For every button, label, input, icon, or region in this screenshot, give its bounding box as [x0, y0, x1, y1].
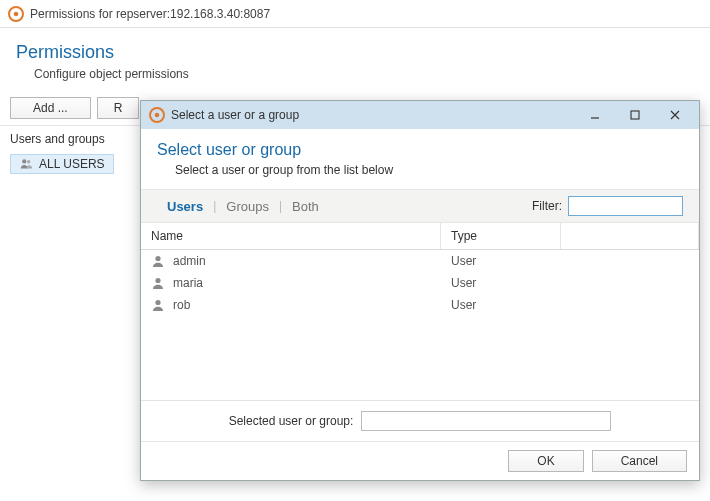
table-row[interactable]: maria User	[141, 272, 699, 294]
user-icon	[151, 298, 165, 312]
parent-titlebar: Permissions for repserver:192.168.3.40:8…	[0, 0, 710, 28]
column-header-type[interactable]: Type	[441, 223, 561, 249]
page-title: Permissions	[16, 42, 694, 63]
row-name: maria	[173, 276, 203, 290]
row-type: User	[441, 272, 561, 294]
tab-users[interactable]: Users	[157, 199, 213, 214]
filter-label: Filter:	[532, 199, 562, 213]
remove-button-partial[interactable]: R	[97, 97, 140, 119]
user-icon	[151, 276, 165, 290]
svg-point-1	[14, 11, 19, 16]
column-header-name[interactable]: Name	[141, 223, 441, 249]
row-type: User	[441, 294, 561, 316]
users-icon	[19, 157, 33, 171]
svg-point-3	[27, 160, 31, 164]
selected-row: Selected user or group:	[141, 400, 699, 441]
svg-point-5	[155, 113, 160, 118]
cancel-button[interactable]: Cancel	[592, 450, 687, 472]
parent-window-title: Permissions for repserver:192.168.3.40:8…	[30, 7, 270, 21]
maximize-button[interactable]	[615, 104, 655, 126]
add-button[interactable]: Add ...	[10, 97, 91, 119]
grid-header: Name Type	[141, 223, 699, 250]
close-button[interactable]	[655, 104, 695, 126]
table-row[interactable]: admin User	[141, 250, 699, 272]
selected-label: Selected user or group:	[229, 414, 354, 428]
svg-rect-6	[631, 111, 639, 119]
tree-item-all-users[interactable]: ALL USERS	[10, 154, 114, 174]
page-subtitle: Configure object permissions	[34, 67, 694, 81]
row-name: admin	[173, 254, 206, 268]
tab-groups[interactable]: Groups	[216, 199, 279, 214]
dialog-tab-row: Users | Groups | Both Filter:	[141, 189, 699, 223]
tab-both[interactable]: Both	[282, 199, 329, 214]
selected-input[interactable]	[361, 411, 611, 431]
dialog-titlebar[interactable]: Select a user or a group	[141, 101, 699, 129]
svg-point-2	[22, 159, 26, 163]
row-type: User	[441, 250, 561, 272]
dialog-footer: OK Cancel	[141, 441, 699, 480]
ok-button[interactable]: OK	[508, 450, 583, 472]
dialog-title: Select a user or a group	[171, 108, 569, 122]
dialog-heading: Select user or group	[157, 141, 683, 159]
select-user-dialog: Select a user or a group Select user or …	[140, 100, 700, 481]
user-icon	[151, 254, 165, 268]
svg-point-9	[155, 300, 160, 305]
column-header-spacer	[561, 223, 699, 249]
svg-point-7	[155, 256, 160, 261]
table-row[interactable]: rob User	[141, 294, 699, 316]
tree-item-label: ALL USERS	[39, 157, 105, 171]
row-name: rob	[173, 298, 190, 312]
filter-input[interactable]	[568, 196, 683, 216]
dialog-subheading: Select a user or group from the list bel…	[175, 163, 683, 177]
svg-point-8	[155, 278, 160, 283]
minimize-button[interactable]	[575, 104, 615, 126]
app-icon	[149, 107, 165, 123]
app-icon	[8, 6, 24, 22]
grid-body[interactable]: admin User maria User rob User	[141, 250, 699, 400]
